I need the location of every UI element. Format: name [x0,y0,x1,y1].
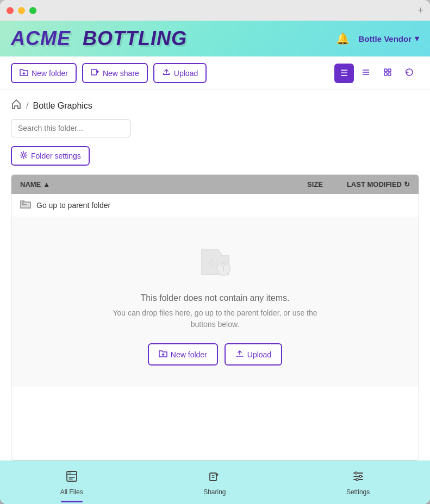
search-input[interactable] [11,119,130,137]
settings-gear-icon [20,151,28,161]
new-share-icon [91,68,99,78]
new-folder-button[interactable]: New folder [11,63,77,83]
history-button[interactable] [400,64,419,83]
breadcrumb-current: Bottle Graphics [33,101,92,111]
svg-point-15 [355,472,357,474]
window-controls [7,7,36,14]
nav-sharing[interactable]: Sharing [192,467,236,499]
view-compact-button[interactable]: ☰ [334,64,354,83]
user-menu[interactable]: Bottle Vendor ▾ [358,34,419,43]
sharing-icon [208,470,221,486]
empty-state: This folder does not contain any items. … [11,217,419,387]
breadcrumb-separator: / [26,101,28,111]
svg-rect-5 [388,69,391,72]
bottom-nav: All Files Sharing [0,461,430,504]
upload-button[interactable]: Upload [153,63,207,83]
svg-point-8 [22,154,25,156]
empty-subtitle: You can drop files here, go up to the pa… [107,307,324,330]
upload-icon [162,68,171,78]
folder-settings-button[interactable]: Folder settings [11,146,90,166]
new-share-button[interactable]: New share [82,63,148,83]
add-tab-button[interactable]: + [417,5,423,16]
folder-settings-area: Folder settings [0,144,430,174]
parent-folder-cell: Go up to parent folder [20,199,269,211]
col-size-header[interactable]: SIZE [269,180,323,188]
minimize-button[interactable] [18,7,25,14]
refresh-icon[interactable]: ↻ [404,180,410,188]
empty-new-folder-button[interactable]: New folder [148,343,218,366]
svg-rect-6 [384,73,387,75]
chevron-down-icon: ▾ [415,34,419,43]
sort-arrow-icon: ▲ [43,180,50,188]
app-logo: ACME BOTTLING [11,27,187,50]
svg-rect-10 [67,471,77,481]
empty-state-icon [194,239,237,285]
toolbar-left: New folder New share [11,63,207,83]
folder-settings-label: Folder settings [31,152,81,160]
app-window: + ACME BOTTLING 🔔 Bottle Vendor ▾ [0,0,430,504]
file-table: NAME ▲ SIZE LAST MODIFIED ↻ [11,174,419,461]
toolbar-right: ☰ [334,64,419,83]
list-icon [362,68,370,79]
new-folder-icon [20,68,28,78]
breadcrumb: / Bottle Graphics [0,90,430,117]
empty-new-folder-label: New folder [171,350,207,359]
parent-folder-row[interactable]: Go up to parent folder [11,194,419,217]
toolbar: New folder New share [0,56,430,90]
nav-sharing-label: Sharing [203,488,226,496]
nav-settings[interactable]: Settings [335,467,381,499]
app-header: ACME BOTTLING 🔔 Bottle Vendor ▾ [0,21,430,56]
home-breadcrumb[interactable] [11,99,22,112]
col-modified-header[interactable]: LAST MODIFIED ↻ [323,180,410,188]
empty-actions: New folder Upload [148,343,282,366]
view-list-button[interactable] [356,64,376,83]
upload-label: Upload [174,69,198,78]
logo-acme: ACME [11,27,71,49]
svg-point-16 [359,475,362,477]
empty-title: This folder does not contain any items. [141,293,290,303]
svg-rect-7 [388,73,391,75]
notification-bell-icon[interactable]: 🔔 [336,32,350,45]
compact-list-icon: ☰ [340,68,348,78]
nav-settings-label: Settings [346,488,370,496]
empty-upload-label: Upload [247,350,271,359]
main-content: / Bottle Graphics Folder settings [0,90,430,461]
search-area [0,117,430,144]
svg-rect-0 [91,70,97,75]
all-files-icon [65,470,78,486]
settings-icon [352,470,365,486]
view-grid-button[interactable] [378,64,397,83]
user-name: Bottle Vendor [358,34,412,43]
svg-rect-11 [210,473,216,481]
table-header: NAME ▲ SIZE LAST MODIFIED ↻ [11,175,419,194]
nav-all-files-label: All Files [60,488,83,496]
header-right: 🔔 Bottle Vendor ▾ [336,32,419,45]
parent-folder-label: Go up to parent folder [36,201,110,210]
close-button[interactable] [7,7,14,14]
maximize-button[interactable] [29,7,36,14]
logo-bottling: BOTTLING [83,27,187,49]
empty-upload-button[interactable]: Upload [225,343,282,366]
new-folder-label: New folder [32,69,68,78]
title-bar: + [0,0,430,21]
folder-up-icon [20,199,31,211]
svg-point-17 [356,478,358,481]
svg-rect-4 [384,69,387,72]
history-icon [405,68,414,79]
col-name-header[interactable]: NAME ▲ [20,180,269,188]
grid-icon [383,68,392,79]
empty-upload-icon [235,349,244,360]
empty-folder-icon [159,349,167,360]
nav-all-files[interactable]: All Files [49,467,94,499]
new-share-label: New share [103,69,139,78]
